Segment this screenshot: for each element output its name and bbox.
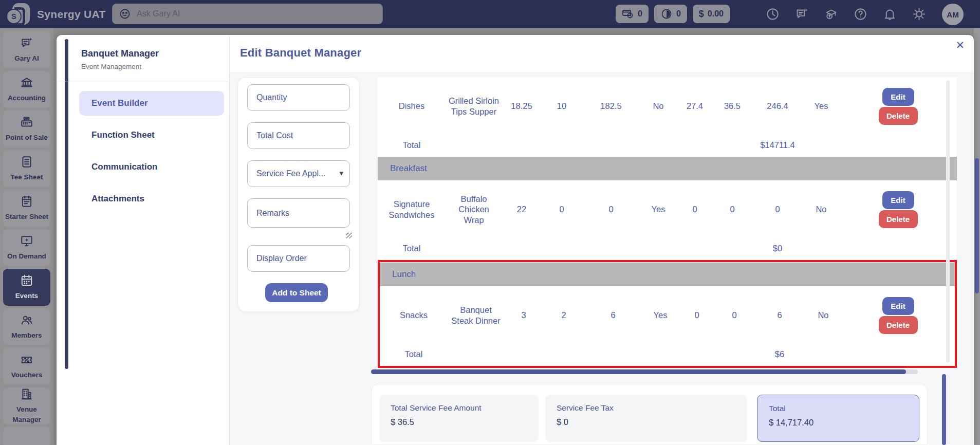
top-navbar: S Synergy UAT 00$0.00 AM bbox=[0, 0, 980, 28]
cell-value: 0 bbox=[752, 204, 803, 215]
field-placeholder: Total Cost bbox=[256, 131, 293, 140]
bell-icon[interactable] bbox=[883, 7, 897, 21]
menu-item-communication[interactable]: Communication bbox=[79, 155, 224, 179]
cell-value: Yes bbox=[803, 101, 839, 112]
table-total-row: Total$0 bbox=[378, 238, 957, 258]
chat-sparkle-icon bbox=[20, 36, 33, 50]
sidebar-item-venue-manager[interactable]: Venue Manager bbox=[3, 387, 50, 424]
clock-icon[interactable] bbox=[766, 7, 780, 21]
quantity-field[interactable]: Quantity bbox=[247, 84, 350, 111]
bank-icon bbox=[20, 76, 33, 89]
cell-value: 246.4 bbox=[752, 101, 803, 112]
sidebar-item-members[interactable]: Members bbox=[3, 308, 50, 345]
cash-register-icon bbox=[20, 116, 33, 129]
sidebar-item-label: On Demand bbox=[7, 251, 46, 262]
delete-button[interactable]: Delete bbox=[879, 316, 918, 334]
logo-coin: S bbox=[6, 9, 22, 24]
section-header-label: Lunch bbox=[392, 269, 416, 280]
cell-value: No bbox=[640, 101, 677, 112]
summary-card-label: Service Fee Tax bbox=[557, 403, 747, 413]
modal-scrollbar-thumb[interactable] bbox=[942, 374, 946, 445]
sidebar-item-starter-sheet[interactable]: Starter Sheet bbox=[3, 190, 50, 227]
cell-category: Dishes bbox=[378, 101, 446, 112]
edit-button[interactable]: Edit bbox=[882, 191, 914, 209]
edit-button[interactable]: Edit bbox=[882, 297, 914, 315]
cell-value: No bbox=[805, 310, 841, 321]
coin-cap-icon[interactable] bbox=[824, 7, 838, 21]
cell-value: 0 bbox=[541, 204, 582, 215]
search-input[interactable] bbox=[136, 9, 376, 19]
cell-value: 36.5 bbox=[713, 101, 752, 112]
add-to-sheet-button[interactable]: Add to Sheet bbox=[265, 283, 328, 302]
sidebar-item-label: Point of Sale bbox=[6, 133, 48, 143]
banquet-items-table: DishesGrilled Sirloin Tips Supper18.2510… bbox=[378, 77, 957, 366]
monitor-sparkle-icon bbox=[20, 234, 33, 248]
counter-value: 0.00 bbox=[708, 9, 724, 18]
sidebar-item-accounting[interactable]: Accounting bbox=[3, 71, 50, 108]
modal-header: Edit Banquet Manager ✕ bbox=[230, 35, 974, 72]
summary-card-total: Total$ 14,717.40 bbox=[757, 395, 919, 442]
menu-item-function-sheet[interactable]: Function Sheet bbox=[79, 123, 224, 147]
sidebar-item-point-of-sale[interactable]: Point of Sale bbox=[3, 110, 50, 147]
service-fee-appl-field[interactable]: Service Fee Appl...▾ bbox=[247, 160, 350, 187]
cell-category: Signature Sandwiches bbox=[378, 199, 446, 220]
sidebar-item-on-demand[interactable]: On Demand bbox=[3, 229, 50, 266]
table-hscrollbar-thumb[interactable] bbox=[371, 369, 906, 374]
panel-subtitle: Event Management bbox=[81, 63, 229, 70]
sidebar-item-vouchers[interactable]: Vouchers bbox=[3, 348, 50, 385]
field-placeholder: Service Fee Appl... bbox=[256, 169, 325, 178]
navbar-icons bbox=[766, 0, 926, 28]
viewport-scrollbar-thumb[interactable] bbox=[975, 158, 979, 293]
sidebar-item-gary-ai[interactable]: Gary AI bbox=[3, 31, 50, 68]
modal-body: QuantityTotal CostService Fee Appl...▾Re… bbox=[230, 72, 974, 445]
counter-value: 0 bbox=[676, 9, 681, 18]
total-cost-field[interactable]: Total Cost bbox=[247, 122, 350, 149]
help-icon[interactable] bbox=[854, 7, 867, 21]
cell-value: 3 bbox=[504, 310, 543, 321]
gear-icon[interactable] bbox=[912, 7, 926, 21]
sidebar-item-tee-sheet[interactable]: Tee Sheet bbox=[3, 150, 50, 187]
resize-grip-icon[interactable] bbox=[247, 234, 350, 238]
sidebar-item-events[interactable]: Events bbox=[3, 269, 50, 306]
section-header-label: Breakfast bbox=[390, 163, 427, 174]
sidebar-item-label: Starter Sheet bbox=[5, 212, 48, 222]
navbar-counters: 00$0.00 bbox=[616, 5, 730, 23]
half-pie-icon bbox=[660, 8, 673, 20]
card-clock-icon bbox=[622, 8, 634, 20]
ask-gary-ai-searchbar[interactable] bbox=[112, 4, 383, 24]
cell-item-name: Buffalo Chicken Wrap bbox=[446, 194, 502, 226]
ticket-icon bbox=[20, 353, 33, 366]
table-row: DishesGrilled Sirloin Tips Supper18.2510… bbox=[378, 77, 957, 135]
delete-button[interactable]: Delete bbox=[879, 210, 918, 228]
people-icon bbox=[20, 313, 33, 327]
summary-card-value: $ 0 bbox=[557, 417, 747, 427]
item-form-card: QuantityTotal CostService Fee Appl...▾Re… bbox=[237, 77, 360, 312]
cell-value: 10 bbox=[541, 101, 582, 112]
cash-counter[interactable]: $0.00 bbox=[693, 5, 730, 23]
pos-orders-counter[interactable]: 0 bbox=[616, 5, 649, 23]
row-actions: EditDelete bbox=[839, 191, 957, 228]
modal-content: Edit Banquet Manager ✕ QuantityTotal Cos… bbox=[230, 35, 974, 445]
remarks-field[interactable]: Remarks bbox=[247, 198, 350, 228]
document-icon bbox=[20, 155, 33, 169]
banquet-manager-modal: Banquet Manager Event Management Event B… bbox=[57, 35, 974, 445]
edit-button[interactable]: Edit bbox=[882, 88, 914, 106]
menu-item-event-builder[interactable]: Event Builder bbox=[79, 91, 224, 116]
sidebar-item-clipped[interactable] bbox=[3, 427, 50, 445]
sidebar-item-label: Events bbox=[15, 291, 38, 301]
chat-sparkle-icon[interactable] bbox=[795, 7, 809, 21]
display-order-field[interactable]: Display Order bbox=[247, 245, 350, 272]
summary-card-label: Total Service Fee Amount bbox=[391, 403, 539, 413]
user-avatar[interactable]: AM bbox=[942, 4, 964, 25]
cell-value: 0 bbox=[713, 204, 752, 215]
delete-button[interactable]: Delete bbox=[879, 107, 918, 125]
totals-summary: Total Service Fee Amount$ 36.5Service Fe… bbox=[371, 384, 928, 445]
section-header-band: Lunch bbox=[380, 263, 955, 286]
robot-icon bbox=[119, 8, 131, 20]
timer-counter[interactable]: 0 bbox=[654, 5, 687, 23]
chevron-down-icon: ▾ bbox=[339, 169, 343, 178]
field-placeholder: Quantity bbox=[256, 93, 287, 102]
cell-value: 6 bbox=[584, 310, 642, 321]
menu-item-attachments[interactable]: Attachments bbox=[79, 187, 224, 211]
close-icon[interactable]: ✕ bbox=[955, 39, 965, 51]
